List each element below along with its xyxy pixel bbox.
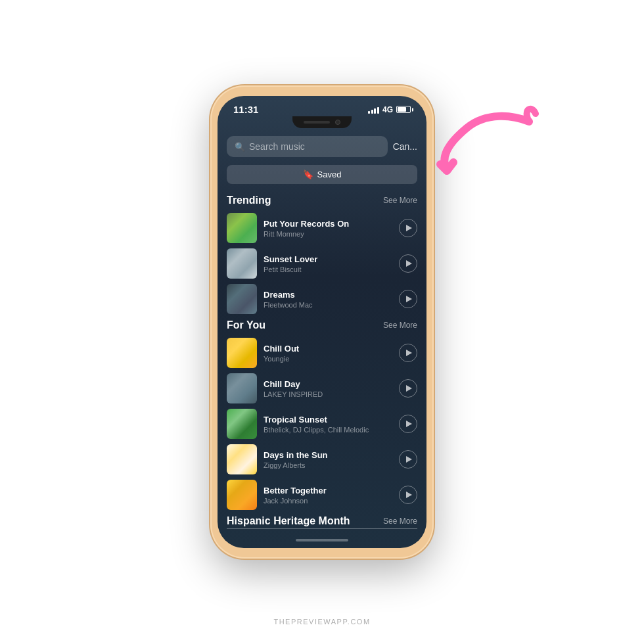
- for-you-see-more[interactable]: See More: [383, 321, 417, 330]
- song-artwork-7: [227, 444, 257, 474]
- song-item[interactable]: Better Together Jack Johnson: [227, 480, 417, 510]
- song-artist-4: Youngie: [264, 355, 392, 363]
- play-button-3[interactable]: [399, 290, 417, 308]
- hispanic-heritage-see-more[interactable]: See More: [383, 517, 417, 526]
- artwork-placeholder-5: [227, 373, 257, 403]
- notch-speaker: [304, 121, 330, 124]
- saved-button-label: Saved: [317, 170, 342, 179]
- song-title-4: Chill Out: [264, 344, 392, 354]
- song-info-1: Put Your Records On Ritt Momney: [264, 219, 392, 238]
- play-icon-2: [406, 260, 412, 267]
- song-artist-7: Ziggy Alberts: [264, 461, 392, 469]
- song-title-8: Better Together: [264, 486, 392, 495]
- artwork-placeholder-1: [227, 213, 257, 243]
- watermark: THEPREVIEWAPP.COM: [273, 618, 370, 626]
- song-info-5: Chill Day LAKEY INSPIRED: [264, 379, 392, 398]
- signal-bars: [368, 106, 379, 114]
- song-item[interactable]: Tropical Sunset Bthelick, DJ Clipps, Chi…: [227, 409, 417, 439]
- artwork-placeholder-3: [227, 284, 257, 314]
- screen: 11:31 4G: [218, 96, 426, 548]
- song-title-5: Chill Day: [264, 379, 392, 389]
- artwork-placeholder-7: [227, 444, 257, 474]
- play-icon-7: [406, 456, 412, 463]
- bookmark-icon: 🔖: [303, 170, 313, 179]
- song-item[interactable]: Days in the Sun Ziggy Alberts: [227, 444, 417, 474]
- signal-bar-1: [368, 111, 370, 114]
- song-artwork-5: [227, 373, 257, 403]
- play-button-5[interactable]: [399, 379, 417, 398]
- song-title-dreams: Dreams: [264, 290, 392, 300]
- notch-camera: [335, 120, 340, 125]
- battery-fill: [398, 107, 406, 112]
- scroll-content[interactable]: Trending See More Put Your Records On Ri…: [218, 189, 426, 535]
- song-artwork-6: [227, 409, 257, 439]
- cancel-button[interactable]: Can...: [393, 141, 417, 152]
- notch: [292, 116, 352, 128]
- trending-see-more[interactable]: See More: [383, 196, 417, 205]
- play-icon-1: [406, 225, 412, 231]
- song-artist-6: Bthelick, DJ Clipps, Chill Melodic: [264, 426, 392, 434]
- song-info-2: Sunset Lover Petit Biscuit: [264, 254, 392, 273]
- song-artist-1: Ritt Momney: [264, 230, 392, 238]
- artwork-placeholder-2: [227, 248, 257, 279]
- play-button-6[interactable]: [399, 415, 417, 433]
- search-icon: 🔍: [235, 142, 245, 152]
- song-artist-5: LAKEY INSPIRED: [264, 390, 392, 398]
- play-icon-6: [406, 421, 412, 427]
- search-bar[interactable]: 🔍 Search music: [227, 136, 388, 157]
- song-info-6: Tropical Sunset Bthelick, DJ Clipps, Chi…: [264, 415, 392, 434]
- song-item[interactable]: Chill Day LAKEY INSPIRED: [227, 373, 417, 403]
- signal-bar-3: [374, 108, 376, 114]
- song-item[interactable]: Dreams Fleetwood Mac: [227, 284, 417, 314]
- song-title-7: Days in the Sun: [264, 450, 392, 460]
- trending-title: Trending: [227, 195, 271, 206]
- app-content: 🔍 Search music Can... 🔖 Saved Trendin: [218, 131, 426, 548]
- song-item[interactable]: Put Your Records On Ritt Momney: [227, 213, 417, 243]
- song-info-4: Chill Out Youngie: [264, 344, 392, 363]
- play-button-8[interactable]: [399, 486, 417, 504]
- song-artwork-4: [227, 338, 257, 368]
- song-info-8: Better Together Jack Johnson: [264, 486, 392, 505]
- status-time: 11:31: [233, 104, 258, 115]
- artwork-placeholder-6: [227, 409, 257, 439]
- play-button-2[interactable]: [399, 254, 417, 273]
- search-placeholder: Search music: [249, 141, 305, 152]
- song-artist-8: Jack Johnson: [264, 497, 392, 505]
- play-button-7[interactable]: [399, 450, 417, 469]
- play-button-4[interactable]: [399, 344, 417, 362]
- status-4g: 4G: [382, 105, 393, 114]
- song-info-7: Days in the Sun Ziggy Alberts: [264, 450, 392, 469]
- play-icon-8: [406, 492, 412, 498]
- search-row: 🔍 Search music Can...: [227, 136, 417, 157]
- song-artwork-3: [227, 284, 257, 314]
- play-button-1[interactable]: [399, 219, 417, 237]
- notch-area: [218, 116, 426, 128]
- play-icon-5: [406, 385, 412, 392]
- hispanic-heritage-title: Hispanic Heritage Month: [227, 515, 350, 527]
- for-you-title: For You: [227, 319, 265, 331]
- bottom-indicator: [218, 535, 426, 548]
- play-icon-4: [406, 350, 412, 356]
- song-item[interactable]: Sunset Lover Petit Biscuit: [227, 248, 417, 279]
- song-item[interactable]: Chill Out Youngie: [227, 338, 417, 368]
- signal-bar-2: [371, 110, 373, 114]
- status-bar: 11:31 4G: [218, 96, 426, 119]
- for-you-section-header: For You See More: [227, 319, 417, 331]
- song-title-6: Tropical Sunset: [264, 415, 392, 425]
- phone-frame: 11:31 4G: [210, 85, 434, 559]
- artwork-placeholder-4: [227, 338, 257, 368]
- song-artwork-1: [227, 213, 257, 243]
- song-title-2: Sunset Lover: [264, 254, 392, 264]
- song-artist-fleetwood: Fleetwood Mac: [264, 301, 392, 309]
- trending-section-header: Trending See More: [227, 195, 417, 206]
- artwork-placeholder-8: [227, 480, 257, 510]
- saved-button[interactable]: 🔖 Saved: [227, 165, 417, 184]
- song-artwork-8: [227, 480, 257, 510]
- hispanic-heritage-section-header: Hispanic Heritage Month See More: [227, 515, 417, 529]
- song-title-1: Put Your Records On: [264, 219, 392, 229]
- home-indicator: [296, 539, 348, 541]
- song-artwork-2: [227, 248, 257, 279]
- battery-icon: [396, 106, 411, 113]
- page-wrapper: 11:31 4G: [0, 0, 644, 644]
- signal-bar-4: [377, 107, 379, 114]
